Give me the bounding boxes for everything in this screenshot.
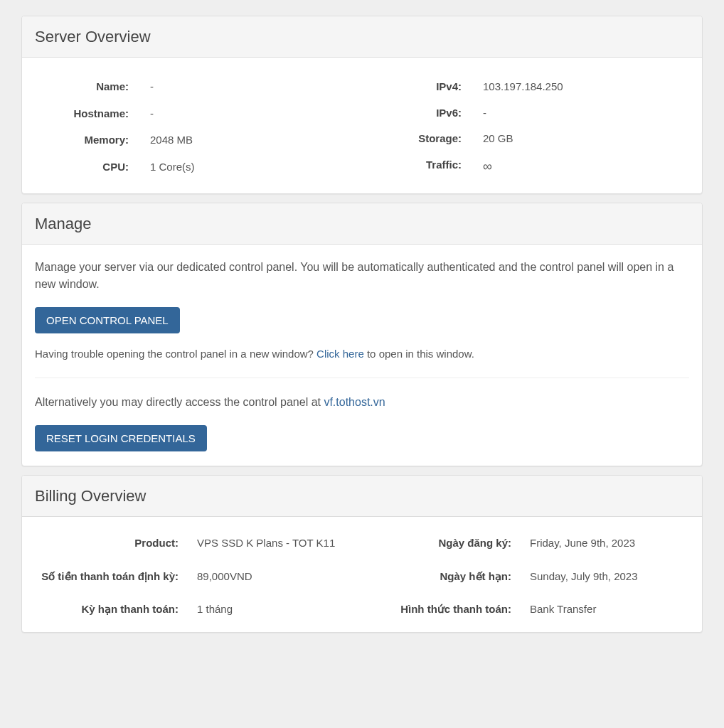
- traffic-label: Traffic:: [369, 157, 462, 176]
- storage-value: 20 GB: [483, 131, 688, 147]
- amount-value: 89,000VND: [197, 569, 355, 585]
- product-label: Product:: [36, 535, 179, 552]
- billing-left: Product: VPS SSD K Plans - TOT K11 Số ti…: [36, 535, 355, 618]
- exp-date-label: Ngày hết hạn:: [369, 569, 511, 585]
- hostname-value: -: [150, 106, 355, 123]
- manage-body: Manage your server via our dedicated con…: [22, 245, 702, 466]
- trouble-prefix: Having trouble opening the control panel…: [35, 348, 316, 360]
- method-label: Hình thức thanh toán:: [369, 601, 511, 618]
- product-value: VPS SSD K Plans - TOT K11: [197, 535, 355, 552]
- cpu-value: 1 Core(s): [150, 159, 355, 176]
- manage-divider: [35, 378, 689, 378]
- server-overview-panel: Server Overview Name: - Hostname: - Memo…: [21, 16, 703, 194]
- manage-panel: Manage Manage your server via our dedica…: [21, 203, 703, 467]
- vf-tothost-link[interactable]: vf.tothost.vn: [324, 396, 385, 408]
- traffic-value: ∞: [483, 157, 688, 176]
- open-control-panel-button[interactable]: OPEN CONTROL PANEL: [35, 307, 180, 333]
- server-overview-title: Server Overview: [22, 16, 702, 58]
- reset-login-credentials-button[interactable]: RESET LOGIN CREDENTIALS: [35, 425, 207, 451]
- period-label: Kỳ hạn thanh toán:: [36, 601, 179, 618]
- reg-date-label: Ngày đăng ký:: [369, 535, 511, 552]
- manage-trouble-text: Having trouble opening the control panel…: [35, 346, 689, 363]
- ipv6-label: IPv6:: [369, 105, 462, 122]
- manage-alt-text: Alternatively you may directly access th…: [35, 394, 689, 411]
- billing-overview-body: Product: VPS SSD K Plans - TOT K11 Số ti…: [22, 517, 702, 632]
- billing-right: Ngày đăng ký: Friday, June 9th, 2023 Ngà…: [369, 535, 688, 618]
- exp-date-value: Sunday, July 9th, 2023: [530, 569, 688, 585]
- manage-description: Manage your server via our dedicated con…: [35, 259, 689, 293]
- storage-label: Storage:: [369, 131, 462, 147]
- manage-title: Manage: [22, 203, 702, 245]
- cpu-label: CPU:: [36, 159, 129, 176]
- hostname-label: Hostname:: [36, 106, 129, 123]
- trouble-suffix: to open in this window.: [364, 348, 474, 360]
- click-here-link[interactable]: Click here: [316, 348, 364, 360]
- reg-date-value: Friday, June 9th, 2023: [530, 535, 688, 552]
- memory-label: Memory:: [36, 132, 129, 149]
- method-value: Bank Transfer: [530, 601, 688, 618]
- name-label: Name:: [36, 79, 129, 96]
- name-value: -: [150, 79, 355, 96]
- period-value: 1 tháng: [197, 601, 355, 618]
- amount-label: Số tiền thanh toán định kỳ:: [36, 569, 179, 585]
- alt-prefix: Alternatively you may directly access th…: [35, 396, 324, 408]
- memory-value: 2048 MB: [150, 132, 355, 149]
- billing-overview-title: Billing Overview: [22, 476, 702, 517]
- ipv4-label: IPv4:: [369, 79, 462, 95]
- server-overview-right: IPv4: 103.197.184.250 IPv6: - Storage: 2…: [369, 79, 688, 176]
- ipv6-value: -: [483, 105, 688, 122]
- server-overview-left: Name: - Hostname: - Memory: 2048 MB CPU:…: [36, 79, 355, 176]
- ipv4-value: 103.197.184.250: [483, 79, 688, 95]
- billing-overview-panel: Billing Overview Product: VPS SSD K Plan…: [21, 475, 703, 633]
- server-overview-body: Name: - Hostname: - Memory: 2048 MB CPU:…: [22, 58, 702, 193]
